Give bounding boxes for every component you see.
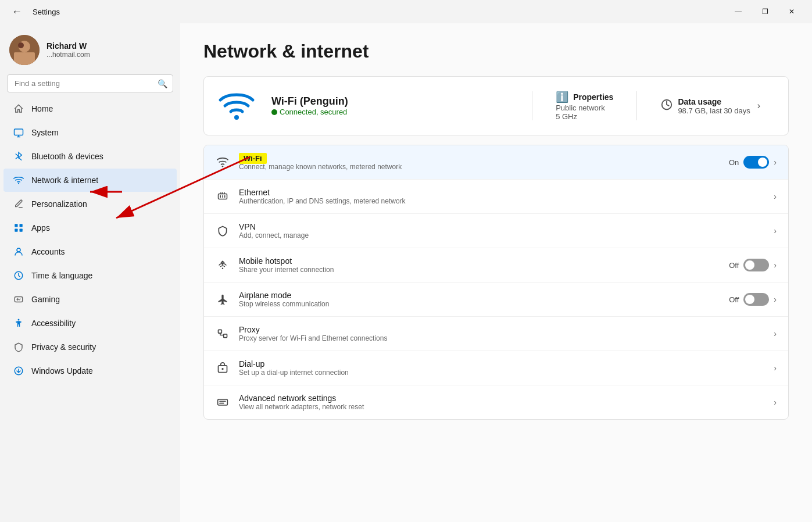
airplane-toggle-label: Off	[729, 295, 739, 304]
svg-point-14	[20, 299, 21, 300]
airplane-toggle[interactable]	[743, 293, 769, 306]
settings-item-ethernet[interactable]: Ethernet Authentication, IP and DNS sett…	[204, 180, 788, 214]
sidebar-item-home[interactable]: Home	[3, 97, 177, 120]
wifi-item-subtitle: Connect, manage known networks, metered …	[239, 163, 720, 171]
settings-item-wifi[interactable]: Wi-Fi Connect, manage known networks, me…	[204, 145, 788, 180]
wifi-large-icon	[218, 88, 255, 123]
network-icon	[13, 174, 24, 186]
wifi-status: Connected, secured	[271, 108, 520, 116]
vpn-item-icon	[216, 224, 230, 238]
sidebar-item-privacy[interactable]: Privacy & security	[3, 335, 177, 359]
svg-point-18	[234, 115, 239, 120]
properties-line1: Public network	[556, 103, 605, 112]
advanced-item-subtitle: View all network adapters, network reset	[239, 403, 764, 411]
titlebar-left: ← Settings	[7, 3, 60, 20]
vpn-chevron: ›	[774, 226, 777, 235]
sidebar-item-apps[interactable]: Apps	[3, 216, 177, 239]
hotspot-toggle[interactable]	[743, 259, 769, 271]
personalization-icon	[13, 198, 24, 210]
data-usage-info: Data usage 98.7 GB, last 30 days	[678, 97, 750, 115]
maximize-button[interactable]: ❐	[752, 2, 778, 21]
settings-item-airplane[interactable]: Airplane mode Stop wireless communicatio…	[204, 283, 788, 317]
avatar	[9, 35, 40, 65]
updates-icon	[13, 365, 24, 377]
proxy-item-subtitle: Proxy server for Wi-Fi and Ethernet conn…	[239, 334, 764, 342]
wifi-toggle[interactable]	[743, 156, 769, 169]
advanced-item-title: Advanced network settings	[239, 394, 764, 403]
advanced-item-text: Advanced network settings View all netwo…	[239, 394, 764, 411]
titlebar: ← Settings — ❐ ✕	[0, 0, 812, 23]
sidebar-item-time[interactable]: Time & language	[3, 264, 177, 287]
sidebar-item-gaming[interactable]: Gaming	[3, 288, 177, 311]
proxy-item-right: ›	[774, 329, 777, 338]
search-input[interactable]	[7, 74, 173, 92]
data-usage-chevron[interactable]: ›	[755, 98, 763, 113]
close-button[interactable]: ✕	[778, 2, 805, 21]
proxy-chevron: ›	[774, 329, 777, 338]
back-button[interactable]: ←	[7, 3, 27, 20]
gaming-icon	[13, 294, 24, 305]
data-usage-value: 98.7 GB, last 30 days	[678, 106, 750, 115]
dialup-item-subtitle: Set up a dial-up internet connection	[239, 369, 764, 377]
svg-rect-4	[14, 52, 35, 65]
settings-list: Wi-Fi Connect, manage known networks, me…	[203, 145, 789, 420]
airplane-item-right: Off ›	[729, 293, 777, 306]
wifi-item-right: On ›	[729, 156, 777, 169]
wifi-divider-2	[636, 91, 637, 120]
advanced-item-icon	[216, 395, 230, 409]
sidebar-item-accessibility[interactable]: Accessibility	[3, 312, 177, 335]
sidebar-item-accounts[interactable]: Accounts	[3, 240, 177, 263]
svg-point-6	[18, 183, 19, 184]
svg-point-3	[18, 42, 24, 48]
titlebar-title: Settings	[33, 8, 60, 16]
sidebar-item-apps-label: Apps	[31, 223, 167, 233]
svg-rect-8	[20, 224, 23, 227]
svg-rect-5	[15, 129, 23, 135]
sidebar-item-network[interactable]: Network & internet	[3, 169, 177, 192]
minimize-button[interactable]: —	[725, 2, 752, 21]
search-icon: 🔍	[158, 79, 167, 88]
sidebar-item-gaming-label: Gaming	[31, 295, 167, 304]
sidebar-item-updates[interactable]: Windows Update	[3, 359, 177, 382]
settings-item-dialup[interactable]: Dial-up Set up a dial-up internet connec…	[204, 351, 788, 385]
properties-label: Properties	[573, 92, 613, 102]
svg-point-26	[221, 368, 223, 370]
ethernet-item-icon	[216, 190, 230, 203]
svg-rect-27	[218, 399, 228, 405]
hotspot-item-subtitle: Share your internet connection	[239, 266, 720, 274]
vpn-item-title: VPN	[239, 222, 764, 231]
airplane-item-text: Airplane mode Stop wireless communicatio…	[239, 291, 720, 308]
dialup-item-text: Dial-up Set up a dial-up internet connec…	[239, 359, 764, 377]
wifi-item-icon	[216, 155, 230, 169]
wifi-status-dot	[271, 109, 277, 115]
proxy-item-title: Proxy	[239, 325, 764, 334]
hotspot-toggle-label: Off	[729, 261, 739, 270]
settings-item-hotspot[interactable]: Mobile hotspot Share your internet conne…	[204, 248, 788, 283]
svg-point-20	[222, 166, 223, 167]
sidebar-item-system[interactable]: System	[3, 121, 177, 144]
hotspot-item-text: Mobile hotspot Share your internet conne…	[239, 256, 720, 274]
dialup-item-title: Dial-up	[239, 359, 764, 369]
ethernet-item-text: Ethernet Authentication, IP and DNS sett…	[239, 188, 764, 205]
airplane-chevron: ›	[774, 295, 777, 304]
wifi-data-usage: Data usage 98.7 GB, last 30 days ›	[649, 97, 774, 115]
sidebar-nav: Home System Bluetooth & devices	[0, 97, 180, 382]
settings-item-proxy[interactable]: Proxy Proxy server for Wi-Fi and Etherne…	[204, 317, 788, 351]
sidebar-profile[interactable]: Richard W ...hotmail.com	[0, 28, 180, 74]
hotspot-item-icon	[216, 258, 230, 272]
accessibility-icon	[13, 317, 24, 329]
dialup-chevron: ›	[774, 363, 777, 373]
properties-line2: 5 GHz	[556, 112, 577, 121]
sidebar-item-bluetooth[interactable]: Bluetooth & devices	[3, 145, 177, 168]
settings-item-vpn[interactable]: VPN Add, connect, manage ›	[204, 214, 788, 248]
wifi-item-title: Wi-Fi	[239, 153, 720, 163]
settings-item-advanced[interactable]: Advanced network settings View all netwo…	[204, 385, 788, 419]
sidebar-item-privacy-label: Privacy & security	[31, 342, 167, 352]
dialup-item-right: ›	[774, 363, 777, 373]
wifi-properties: ℹ️ Properties Public network 5 GHz	[544, 91, 625, 121]
sidebar-item-network-label: Network & internet	[31, 176, 167, 185]
data-usage-icon	[660, 98, 673, 114]
svg-point-16	[18, 319, 20, 321]
sidebar-item-bluetooth-label: Bluetooth & devices	[31, 152, 167, 161]
sidebar-item-personalization[interactable]: Personalization	[3, 192, 177, 216]
